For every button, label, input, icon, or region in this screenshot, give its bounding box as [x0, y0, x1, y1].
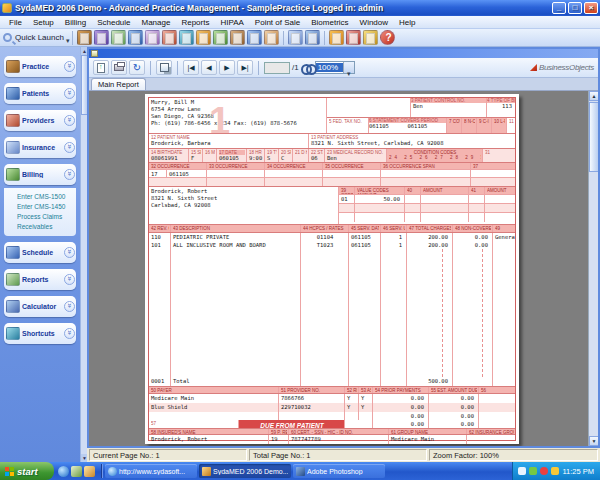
link-receivables[interactable]: Receivables [17, 222, 74, 232]
expand-chevron-icon[interactable] [64, 301, 75, 312]
task-photoshop[interactable]: Adobe Photoshop [293, 464, 385, 478]
link-enter-cms-1500[interactable]: Enter CMS-1500 [17, 192, 74, 202]
show-desktop-icon[interactable] [71, 466, 82, 477]
collapse-chevron-icon[interactable] [64, 169, 75, 180]
sidebar-item-reports[interactable]: Reports [4, 269, 76, 290]
task-sydamed[interactable]: SydaMED 2006 Demo... [199, 464, 291, 478]
media-player-icon[interactable] [84, 466, 95, 477]
security-lock-icon[interactable] [363, 30, 378, 45]
expand-chevron-icon[interactable] [64, 328, 75, 339]
task-browser[interactable]: http://www.sydasoft... [105, 464, 197, 478]
messaging-icon[interactable] [247, 30, 262, 45]
menu-manage[interactable]: Manage [137, 17, 176, 28]
taskbar: start http://www.sydasoft... SydaMED 200… [0, 462, 600, 480]
menu-biometrics[interactable]: Biometrics [306, 17, 353, 28]
sidebar-item-patients[interactable]: Patients [4, 83, 76, 104]
superbill-icon[interactable] [111, 30, 126, 45]
condition-codes: CONDITION CODES24 25 26 27 28 29 30 [387, 149, 483, 162]
sidebar-item-practice[interactable]: Practice [4, 56, 76, 77]
zoom-combobox[interactable]: 100% [315, 61, 355, 74]
cpt-codes-icon[interactable] [77, 30, 92, 45]
sidebar-item-schedule[interactable]: Schedule [4, 242, 76, 263]
form-header-right: 3 PATIENT CONTROL NO. Ben 4 TYPE OF BILL… [327, 98, 515, 133]
sidebar-item-billing[interactable]: Billing [4, 164, 76, 185]
reports-chart-icon[interactable] [329, 30, 344, 45]
report-toolbar: /1 100% BusinessObjects [89, 58, 598, 78]
staff-icon[interactable] [264, 30, 279, 45]
calculator-icon [6, 300, 20, 313]
patient-account-icon[interactable] [162, 30, 177, 45]
expand-chevron-icon[interactable] [64, 88, 75, 99]
patient-lookup-icon[interactable] [128, 30, 143, 45]
claims-folder-icon[interactable] [230, 30, 245, 45]
export-claims-icon[interactable] [288, 30, 303, 45]
tray-volume-icon[interactable] [518, 467, 526, 475]
export-button[interactable] [93, 60, 109, 75]
find-text-icon[interactable] [301, 64, 313, 72]
menu-hipaa[interactable]: HIPAA [215, 17, 248, 28]
sidebar-scrollbar[interactable]: ▲ ▼ [80, 47, 87, 462]
expand-chevron-icon[interactable] [64, 274, 75, 285]
next-page-button[interactable] [219, 60, 235, 75]
last-page-button[interactable] [237, 60, 253, 75]
help-icon[interactable] [380, 30, 395, 45]
ledger-icon[interactable] [213, 30, 228, 45]
icd-codes-icon[interactable] [94, 30, 109, 45]
previous-page-button[interactable] [201, 60, 217, 75]
refresh-button[interactable] [129, 60, 145, 75]
tray-update-icon[interactable] [551, 467, 559, 475]
menu-schedule[interactable]: Schedule [92, 17, 135, 28]
menu-setup[interactable]: Setup [28, 17, 59, 28]
expand-chevron-icon[interactable] [64, 142, 75, 153]
scroll-up-arrow[interactable]: ▲ [589, 91, 598, 101]
menu-help[interactable]: Help [394, 17, 420, 28]
monitor-icon[interactable] [346, 30, 361, 45]
photoshop-icon [296, 467, 305, 476]
patient-name: 12 PATIENT NAME Broderick, Barbara [149, 134, 309, 148]
menu-reports[interactable]: Reports [176, 17, 214, 28]
expand-chevron-icon[interactable] [64, 61, 75, 72]
link-process-claims[interactable]: Process Claims [17, 212, 74, 222]
tray-antivirus-icon[interactable] [540, 467, 548, 475]
zoom-dropdown-icon[interactable] [343, 62, 354, 73]
expand-chevron-icon[interactable] [64, 247, 75, 258]
businessobjects-logo: BusinessObjects [530, 63, 594, 72]
sidebar-item-insurance[interactable]: Insurance [4, 137, 76, 158]
link-enter-cms-1450[interactable]: Enter CMS-1450 [17, 202, 74, 212]
page-number-input[interactable] [264, 62, 290, 74]
maximize-button[interactable]: □ [568, 2, 582, 14]
print-button[interactable] [111, 60, 127, 75]
minimize-button[interactable]: _ [552, 2, 566, 14]
sidebar-item-calculator[interactable]: Calculator [4, 296, 76, 317]
quick-launch-button[interactable]: Quick Launch [15, 33, 64, 42]
expand-chevron-icon[interactable] [64, 115, 75, 126]
patient-chart-icon[interactable] [145, 30, 160, 45]
zoom-value: 100% [316, 63, 343, 72]
menu-billing[interactable]: Billing [60, 17, 91, 28]
value-code-a: 01 [339, 195, 355, 203]
quick-launch-dropdown-icon[interactable] [66, 29, 70, 47]
charges-header: 42 REV. CD. 43 DESCRIPTION 44 HCPCS / RA… [149, 225, 515, 233]
schedule-icon [6, 246, 20, 259]
toolbar-separator [177, 61, 178, 75]
eligibility-icon[interactable] [179, 30, 194, 45]
internet-explorer-icon[interactable] [58, 466, 69, 477]
sidebar-item-shortcuts[interactable]: Shortcuts [4, 323, 76, 344]
menu-file[interactable]: File [4, 17, 27, 28]
group-tree-toggle-button[interactable] [156, 60, 172, 75]
menu-point-of-sale[interactable]: Point of Sale [250, 17, 305, 28]
tray-network-icon[interactable] [529, 467, 537, 475]
payment-entry-icon[interactable] [196, 30, 211, 45]
start-button[interactable]: start [0, 462, 54, 480]
close-button[interactable]: × [584, 2, 598, 14]
scroll-down-arrow[interactable]: ▼ [589, 436, 598, 446]
payer-row: Blue Shield 229710032 Y Y 0.00 0.00 [149, 403, 515, 412]
scrollbar-thumb[interactable] [589, 102, 598, 172]
menu-window[interactable]: Window [355, 17, 393, 28]
settings-list-icon[interactable] [305, 30, 320, 45]
tab-main-report[interactable]: Main Report [91, 78, 146, 90]
status-zoom-factor: Zoom Factor: 100% [429, 449, 598, 461]
sidebar-item-providers[interactable]: Providers [4, 110, 76, 131]
report-vertical-scrollbar[interactable]: ▲ ▼ [588, 91, 598, 446]
first-page-button[interactable] [183, 60, 199, 75]
